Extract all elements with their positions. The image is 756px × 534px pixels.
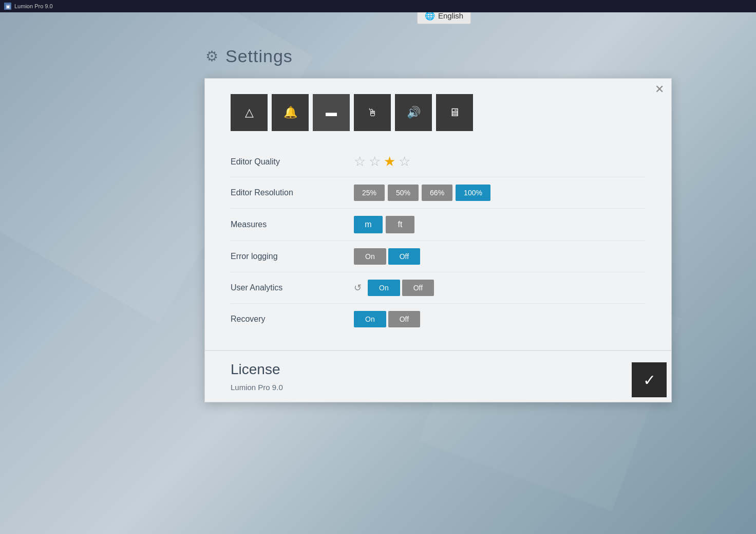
user-analytics-label: User Analytics	[231, 283, 354, 292]
star-1[interactable]: ☆	[354, 154, 366, 170]
recovery-off-button[interactable]: Off	[388, 311, 420, 327]
recovery-row: Recovery On Off	[231, 304, 646, 335]
tabs-row: △ 🔔 ▬ 🖱 🔊 🖥	[205, 79, 671, 141]
user-analytics-controls: ↺ On Off	[354, 280, 434, 296]
notification-icon: 🔔	[284, 106, 297, 119]
tab-audio[interactable]: 🔊	[395, 94, 432, 131]
settings-title-area: ⚙ Settings	[205, 46, 293, 66]
reset-icon[interactable]: ↺	[354, 282, 362, 293]
tab-input[interactable]: 🖱	[354, 94, 391, 131]
license-title: License	[231, 361, 646, 378]
settings-panel: ✕ △ 🔔 ▬ 🖱 🔊 🖥 Editor Quality ☆ ☆ ★	[204, 78, 672, 402]
titlebar: ▣ Lumion Pro 9.0	[0, 0, 756, 12]
performance-icon: △	[245, 106, 254, 119]
input-icon: 🖱	[367, 107, 377, 119]
error-logging-controls: On Off	[354, 248, 420, 265]
settings-gear-icon: ⚙	[205, 48, 218, 65]
display-icon: ▬	[326, 106, 337, 119]
checkmark-icon: ✓	[643, 371, 656, 389]
error-logging-on-button[interactable]: On	[354, 248, 386, 265]
tab-display[interactable]: ▬	[313, 94, 350, 131]
res-25-button[interactable]: 25%	[354, 185, 385, 201]
error-logging-row: Error logging On Off	[231, 241, 646, 272]
tab-notifications[interactable]: 🔔	[272, 94, 309, 131]
star-4[interactable]: ☆	[399, 154, 410, 170]
tab-monitor[interactable]: 🖥	[436, 94, 473, 131]
editor-quality-controls: ☆ ☆ ★ ☆	[354, 154, 410, 170]
editor-resolution-row: Editor Resolution 25% 50% 66% 100%	[231, 177, 646, 209]
res-100-button[interactable]: 100%	[456, 185, 490, 201]
app-icon: ▣	[4, 3, 11, 10]
confirm-button[interactable]: ✓	[632, 362, 667, 397]
res-50-button[interactable]: 50%	[388, 185, 419, 201]
audio-icon: 🔊	[407, 106, 421, 119]
license-section: License Lumion Pro 9.0	[205, 350, 671, 402]
close-button[interactable]: ✕	[655, 84, 664, 95]
user-analytics-off-button[interactable]: Off	[402, 280, 434, 296]
measure-ft-button[interactable]: ft	[386, 216, 414, 233]
editor-resolution-label: Editor Resolution	[231, 188, 354, 197]
monitor-icon: 🖥	[449, 106, 460, 119]
user-analytics-on-button[interactable]: On	[368, 280, 400, 296]
settings-content: Editor Quality ☆ ☆ ★ ☆ Editor Resolution…	[205, 141, 671, 350]
star-2[interactable]: ☆	[369, 154, 381, 170]
recovery-label: Recovery	[231, 315, 354, 324]
language-label: English	[438, 11, 463, 20]
error-logging-label: Error logging	[231, 252, 354, 261]
error-logging-off-button[interactable]: Off	[388, 248, 420, 265]
tab-performance[interactable]: △	[231, 94, 268, 131]
editor-quality-row: Editor Quality ☆ ☆ ★ ☆	[231, 146, 646, 177]
recovery-controls: On Off	[354, 311, 420, 327]
user-analytics-row: User Analytics ↺ On Off	[231, 272, 646, 304]
measures-label: Measures	[231, 220, 354, 229]
measures-row: Measures m ft	[231, 209, 646, 241]
editor-resolution-controls: 25% 50% 66% 100%	[354, 185, 490, 201]
recovery-on-button[interactable]: On	[354, 311, 386, 327]
titlebar-title: Lumion Pro 9.0	[14, 3, 53, 9]
license-value: Lumion Pro 9.0	[231, 383, 646, 392]
star-3[interactable]: ★	[384, 154, 395, 170]
page-title: Settings	[225, 46, 293, 66]
editor-quality-label: Editor Quality	[231, 157, 354, 167]
res-66-button[interactable]: 66%	[422, 185, 452, 201]
measures-controls: m ft	[354, 216, 414, 233]
measure-m-button[interactable]: m	[354, 216, 383, 233]
